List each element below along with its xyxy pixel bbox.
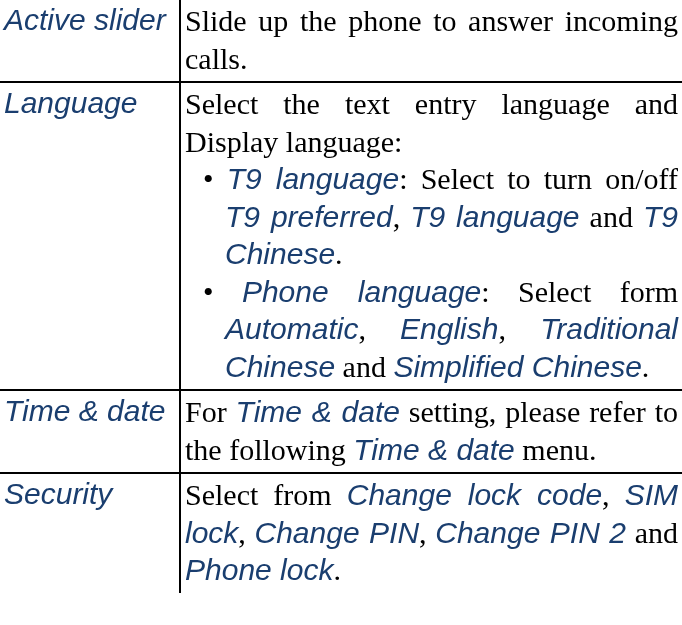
row-label-cell: Time & date bbox=[0, 390, 180, 473]
row-desc-cell: Slide up the phone to answer incoming ca… bbox=[180, 0, 682, 82]
bullet-list: T9 language: Select to turn on/off T9 pr… bbox=[185, 160, 678, 385]
table-row: Security Select from Change lock code, S… bbox=[0, 473, 682, 593]
row-label: Active slider bbox=[4, 2, 175, 38]
keyword: Phone lock bbox=[185, 553, 333, 586]
text: menu. bbox=[515, 433, 597, 466]
keyword: Time & date bbox=[236, 395, 400, 428]
list-item: T9 language: Select to turn on/off T9 pr… bbox=[185, 160, 678, 273]
text: Select from bbox=[185, 478, 347, 511]
keyword: T9 language bbox=[410, 200, 579, 233]
row-desc: Slide up the phone to answer incoming ca… bbox=[185, 2, 678, 77]
text: . bbox=[642, 350, 650, 383]
text: : Select to turn on/off bbox=[399, 162, 678, 195]
keyword: Phone language bbox=[242, 275, 481, 308]
text: For bbox=[185, 395, 236, 428]
text: , bbox=[419, 516, 435, 549]
row-label: Language bbox=[4, 85, 175, 121]
keyword: Change PIN 2 bbox=[435, 516, 626, 549]
keyword: Simplified Chinese bbox=[393, 350, 641, 383]
text: : Select form bbox=[481, 275, 678, 308]
keyword: T9 language bbox=[227, 162, 399, 195]
keyword: Change lock code bbox=[347, 478, 602, 511]
keyword: T9 preferred bbox=[225, 200, 393, 233]
keyword: English bbox=[400, 312, 498, 345]
row-label-cell: Active slider bbox=[0, 0, 180, 82]
row-desc-cell: Select the text entry language and Displ… bbox=[180, 82, 682, 390]
text: , bbox=[238, 516, 254, 549]
text: and bbox=[626, 516, 678, 549]
text: , bbox=[393, 200, 411, 233]
row-label: Security bbox=[4, 476, 175, 512]
text: , bbox=[498, 312, 540, 345]
text: , bbox=[602, 478, 625, 511]
list-item: Phone language: Select form Automatic, E… bbox=[185, 273, 678, 386]
text: . bbox=[335, 237, 343, 270]
keyword: Change PIN bbox=[255, 516, 420, 549]
row-desc-cell: Select from Change lock code, SIM lock, … bbox=[180, 473, 682, 593]
keyword: Automatic bbox=[225, 312, 358, 345]
text: and bbox=[580, 200, 643, 233]
row-desc-cell: For Time & date setting, please refer to… bbox=[180, 390, 682, 473]
table-row: Language Select the text entry language … bbox=[0, 82, 682, 390]
text: , bbox=[358, 312, 400, 345]
row-label: Time & date bbox=[4, 393, 175, 429]
keyword: Time & date bbox=[353, 433, 514, 466]
row-label-cell: Security bbox=[0, 473, 180, 593]
text: and bbox=[335, 350, 393, 383]
text: . bbox=[333, 553, 341, 586]
row-desc: Select the text entry language and Displ… bbox=[185, 85, 678, 385]
intro-text: Select the text entry language and Displ… bbox=[185, 85, 678, 160]
row-desc: For Time & date setting, please refer to… bbox=[185, 393, 678, 468]
table-row: Time & date For Time & date setting, ple… bbox=[0, 390, 682, 473]
row-label-cell: Language bbox=[0, 82, 180, 390]
settings-table: Active slider Slide up the phone to answ… bbox=[0, 0, 682, 593]
row-desc: Select from Change lock code, SIM lock, … bbox=[185, 476, 678, 589]
table-row: Active slider Slide up the phone to answ… bbox=[0, 0, 682, 82]
